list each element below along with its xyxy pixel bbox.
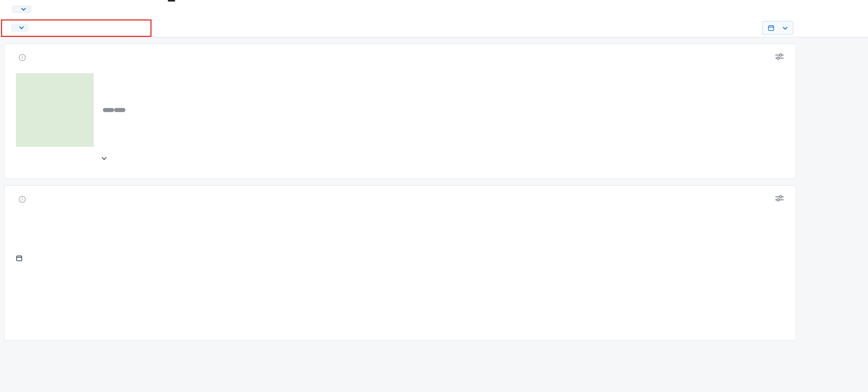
tab-bar [0, 19, 868, 37]
deployments-bar-chart [124, 207, 784, 328]
main-content: i [0, 37, 868, 392]
total-time-box [16, 73, 94, 147]
app-viewport: i [0, 0, 868, 392]
deployment-card-body [16, 207, 784, 331]
sliders-icon [775, 53, 783, 60]
info-icon[interactable]: i [19, 54, 26, 61]
top-bar [0, 0, 868, 19]
deployment-card-header: i [16, 194, 784, 204]
chevron-down-icon [21, 8, 26, 11]
total-rating-badge [50, 112, 59, 114]
lead-time-flow [16, 72, 784, 148]
lead-time-card: i [4, 43, 796, 179]
deployment-date-range [16, 255, 124, 262]
chevron-down-icon [101, 157, 107, 160]
info-icon[interactable]: i [19, 196, 26, 202]
deployment-frequency-card: i [4, 185, 796, 341]
flow-start-pill [103, 108, 114, 112]
elite-badge [16, 237, 27, 241]
show-select[interactable] [16, 157, 107, 160]
date-range-picker[interactable] [762, 21, 793, 35]
flow-end-pill [114, 108, 125, 112]
deployment-chart [124, 207, 784, 331]
calendar-icon [16, 255, 23, 262]
deployment-stats [16, 207, 124, 331]
widget-settings-button[interactable] [774, 52, 784, 62]
sliders-icon [775, 195, 783, 202]
lead-time-card-header: i [16, 52, 784, 62]
product-selector[interactable] [12, 6, 31, 13]
widget-settings-button[interactable] [774, 194, 784, 204]
more-tabs-button[interactable] [11, 24, 29, 32]
chevron-down-icon [19, 26, 24, 29]
top-edge-artifact [168, 0, 175, 2]
calendar-icon [768, 25, 774, 31]
chevron-down-icon [782, 26, 788, 29]
